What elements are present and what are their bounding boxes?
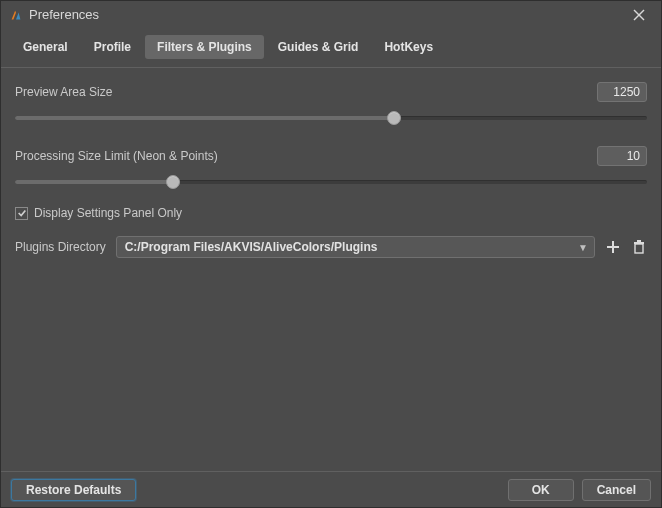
display-settings-panel-only-row[interactable]: Display Settings Panel Only (15, 206, 647, 220)
tabs-bar: General Profile Filters & Plugins Guides… (1, 29, 661, 68)
processing-size-limit-label: Processing Size Limit (Neon & Points) (15, 149, 218, 163)
add-plugins-dir-button[interactable] (605, 239, 621, 255)
preview-area-size-row: Preview Area Size 1250 (15, 82, 647, 102)
window-title: Preferences (29, 7, 625, 22)
preview-area-size-slider[interactable] (15, 110, 647, 126)
app-icon (9, 8, 23, 22)
plugins-directory-label: Plugins Directory (15, 240, 106, 254)
check-icon (17, 208, 27, 218)
slider-thumb[interactable] (166, 175, 180, 189)
tab-filters-plugins[interactable]: Filters & Plugins (145, 35, 264, 59)
chevron-down-icon: ▼ (578, 242, 588, 253)
display-settings-checkbox[interactable] (15, 207, 28, 220)
tab-general[interactable]: General (11, 35, 80, 59)
plugins-directory-value: C:/Program Files/AKVIS/AliveColors/Plugi… (125, 240, 378, 254)
tab-guides-grid[interactable]: Guides & Grid (266, 35, 371, 59)
plugins-directory-select[interactable]: C:/Program Files/AKVIS/AliveColors/Plugi… (116, 236, 595, 258)
processing-size-limit-value[interactable]: 10 (597, 146, 647, 166)
preview-area-size-value[interactable]: 1250 (597, 82, 647, 102)
restore-defaults-button[interactable]: Restore Defaults (11, 479, 136, 501)
delete-plugins-dir-button[interactable] (631, 239, 647, 255)
preferences-window: Preferences General Profile Filters & Pl… (0, 0, 662, 508)
svg-rect-6 (637, 240, 641, 242)
close-icon (633, 9, 645, 21)
svg-rect-5 (634, 242, 644, 244)
svg-rect-4 (635, 244, 643, 253)
display-settings-label: Display Settings Panel Only (34, 206, 182, 220)
trash-icon (632, 240, 646, 254)
slider-fill (15, 180, 173, 184)
dialog-footer: Restore Defaults OK Cancel (1, 471, 661, 507)
ok-button[interactable]: OK (508, 479, 574, 501)
titlebar: Preferences (1, 1, 661, 29)
tab-profile[interactable]: Profile (82, 35, 143, 59)
processing-size-limit-row: Processing Size Limit (Neon & Points) 10 (15, 146, 647, 166)
tab-hotkeys[interactable]: HotKeys (372, 35, 445, 59)
slider-thumb[interactable] (387, 111, 401, 125)
filters-plugins-panel: Preview Area Size 1250 Processing Size L… (1, 68, 661, 471)
close-button[interactable] (625, 4, 653, 26)
processing-size-limit-slider[interactable] (15, 174, 647, 190)
preview-area-size-label: Preview Area Size (15, 85, 112, 99)
slider-fill (15, 116, 394, 120)
plus-icon (606, 240, 620, 254)
cancel-button[interactable]: Cancel (582, 479, 651, 501)
svg-rect-3 (607, 246, 619, 248)
plugins-directory-row: Plugins Directory C:/Program Files/AKVIS… (15, 236, 647, 258)
